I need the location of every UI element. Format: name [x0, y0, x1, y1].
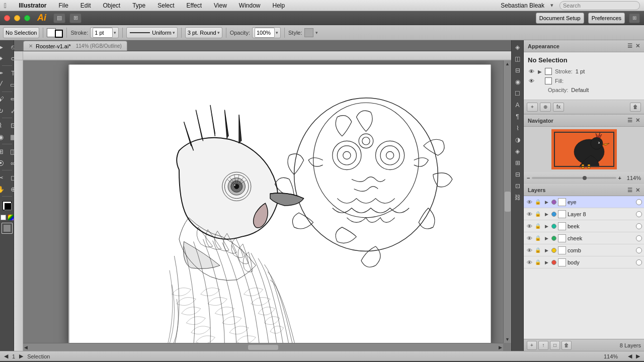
delete-layer-btn[interactable]: 🗑 [561, 341, 572, 350]
links-icon[interactable]: ⛓ [513, 193, 523, 203]
scroll-thumb[interactable] [505, 192, 511, 212]
layer-target-circle[interactable] [636, 259, 642, 265]
menu-window[interactable]: Window [237, 1, 263, 10]
scroll-right-arrow[interactable]: ▶ [499, 345, 502, 350]
stroke-style-select[interactable]: Uniform ▾ [126, 27, 178, 38]
preferences-button[interactable]: Preferences [588, 13, 625, 24]
selection-tool[interactable]: ▶ [0, 41, 7, 52]
layer-expand-arrow[interactable]: ▶ [543, 199, 550, 206]
layer-visibility-eye[interactable]: 👁 [526, 247, 533, 254]
transparency-icon[interactable]: ☐ [513, 88, 523, 99]
stroke-arrow[interactable]: ▶ [538, 69, 542, 74]
menu-illustrator[interactable]: Illustrator [17, 1, 48, 10]
layer-visibility-eye[interactable]: 👁 [526, 199, 533, 206]
layer-target-circle[interactable] [636, 247, 642, 253]
username-chevron[interactable]: ▾ [550, 2, 553, 9]
opacity-chevron[interactable]: ▾ [276, 30, 278, 35]
search-input[interactable] [559, 1, 640, 10]
appearance-duplicate-btn[interactable]: ⊕ [540, 103, 551, 112]
menu-edit[interactable]: Edit [78, 1, 93, 10]
canvas-area[interactable]: ▲ ▼ ◀ ▶ [23, 60, 511, 351]
appearance-add-btn[interactable]: + [527, 103, 538, 112]
style-swatch[interactable] [304, 28, 313, 37]
stroke-color-indicator[interactable] [545, 68, 552, 75]
stroke2-icon[interactable]: ⊟ [513, 65, 523, 75]
document-setup-button[interactable]: Document Setup [536, 13, 584, 24]
menu-effect[interactable]: Effect [185, 1, 204, 10]
layer-target-circle[interactable] [636, 235, 642, 241]
gradient-icon[interactable] [8, 215, 14, 220]
layers-menu-icon[interactable]: ☰ [627, 187, 632, 194]
layer-lock-icon[interactable]: 🔒 [534, 199, 541, 206]
tab-close-icon[interactable]: ✕ [29, 43, 33, 49]
opacity-input[interactable] [255, 28, 275, 38]
scroll-up-arrow[interactable]: ▲ [505, 61, 510, 66]
layer-target-circle[interactable] [636, 223, 642, 229]
appearance-close-icon[interactable]: ✕ [635, 43, 640, 49]
arrange-windows[interactable]: ⊞ [69, 13, 82, 23]
menu-help[interactable]: Help [271, 1, 287, 10]
layer-target-circle[interactable] [636, 211, 642, 217]
layer-row-body[interactable]: 👁 🔒 ▶ body [524, 256, 644, 268]
layer-visibility-eye[interactable]: 👁 [526, 259, 533, 266]
navigator-close-icon[interactable]: ✕ [635, 117, 640, 124]
style-chevron[interactable]: ▾ [315, 30, 318, 35]
layer-expand-arrow[interactable]: ▶ [543, 247, 550, 254]
menu-type[interactable]: Type [130, 1, 147, 10]
stroke-eye-icon[interactable]: 👁 [528, 68, 535, 75]
fill-none-icon[interactable] [1, 215, 6, 220]
magic-wand-tool[interactable]: ✦ [0, 53, 7, 64]
layer-expand-arrow[interactable]: ▶ [543, 259, 550, 266]
appearance-menu-icon[interactable]: ☰ [627, 43, 632, 49]
gradient2-icon[interactable]: ◫ [513, 54, 523, 64]
stroke-weight-input[interactable] [93, 28, 113, 38]
status-scroll-right[interactable]: ▶ [636, 353, 640, 359]
color-icon[interactable]: ◈ [513, 42, 523, 52]
stroke-weight-select[interactable]: ▾ [90, 27, 119, 38]
menu-view[interactable]: View [212, 1, 229, 10]
nav-zoom-minus[interactable]: − [527, 175, 530, 181]
pen-tool[interactable]: ✒ [0, 67, 7, 78]
mesh-tool[interactable]: ⊞ [0, 146, 7, 157]
move-to-new-layer-btn[interactable]: ↑ [538, 341, 548, 350]
layer-row-cheek[interactable]: 👁 🔒 ▶ cheek [524, 232, 644, 244]
opacity-select[interactable]: ▾ [252, 27, 281, 38]
stroke-swatch[interactable] [55, 30, 63, 38]
vertical-scrollbar[interactable]: ▲ ▼ [503, 60, 511, 343]
graphic-styles-icon[interactable]: ◈ [513, 146, 523, 156]
layer-expand-arrow[interactable]: ▶ [543, 211, 550, 218]
panel-toggle[interactable]: ⊞ [629, 13, 640, 23]
menu-object[interactable]: Object [101, 1, 123, 10]
transform-icon[interactable]: ⊡ [513, 181, 523, 191]
appearance-delete-btn[interactable]: 🗑 [630, 103, 641, 112]
eyedropper-tool[interactable]: ⦿ [0, 157, 7, 168]
nav-zoom-plus[interactable]: + [618, 175, 621, 181]
align-icon[interactable]: ⊞ [513, 158, 523, 168]
stroke-cap-chevron[interactable]: ▾ [217, 30, 220, 35]
apple-menu[interactable]:  [4, 2, 7, 10]
document-tab[interactable]: ✕ Rooster-v1.ai* 114% (RGB/Outline) [23, 41, 127, 51]
brush-icon[interactable]: ⌇ [513, 123, 523, 133]
screen-mode-icon[interactable] [2, 223, 13, 234]
fill-eye-icon[interactable]: 👁 [528, 77, 535, 84]
layer-expand-arrow[interactable]: ▶ [543, 235, 550, 242]
appearance-icon[interactable]: ◉ [513, 77, 523, 87]
nav-zoom-track[interactable] [532, 177, 616, 179]
status-navigate-left[interactable]: ◀ [4, 353, 8, 359]
h-scroll-thumb[interactable] [248, 345, 278, 350]
stroke-style-chevron[interactable]: ▾ [173, 30, 175, 35]
stroke-weight-chevron[interactable]: ▾ [114, 30, 116, 35]
character-icon[interactable]: A [513, 100, 523, 110]
layer-row-layer8[interactable]: 👁 🔒 ▶ Layer 8 [524, 208, 644, 220]
paragraph-icon[interactable]: ¶ [513, 112, 523, 122]
nav-zoom-value[interactable]: 114% [623, 175, 641, 181]
layer-lock-icon[interactable]: 🔒 [534, 223, 541, 230]
menu-file[interactable]: File [56, 1, 70, 10]
paintbrush-tool[interactable]: 🖌 [0, 94, 7, 105]
close-button[interactable] [4, 15, 10, 21]
fill-color-indicator[interactable] [545, 77, 552, 84]
stroke-cap-select[interactable]: 3 pt. Round ▾ [185, 27, 222, 38]
workspace-switcher[interactable]: ▤ [53, 13, 65, 23]
scissors-tool[interactable]: ✂ [0, 172, 7, 183]
scroll-down-arrow[interactable]: ▼ [505, 337, 510, 342]
